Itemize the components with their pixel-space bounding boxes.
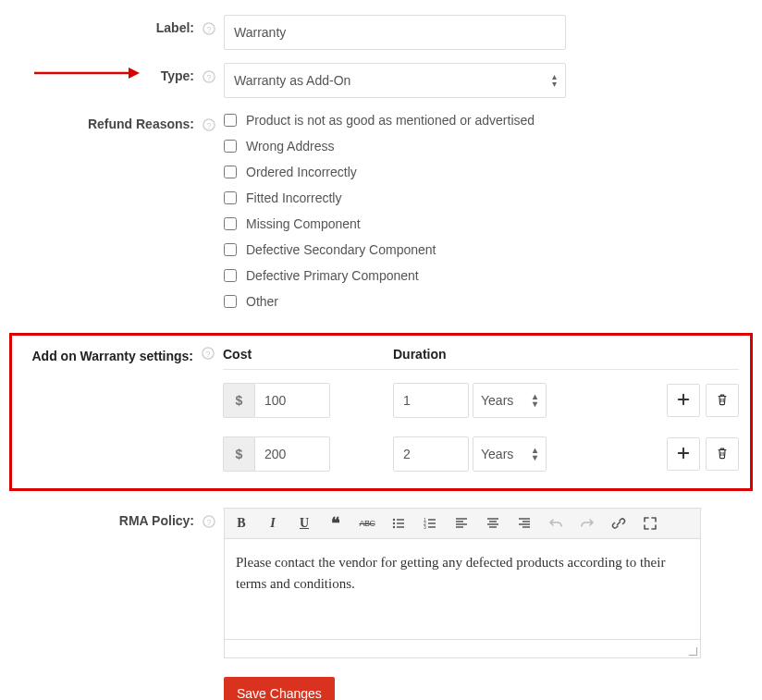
- currency-symbol: $: [223, 436, 254, 472]
- currency-symbol: $: [223, 383, 254, 418]
- cost-input[interactable]: [254, 436, 330, 472]
- svg-text:?: ?: [206, 350, 211, 359]
- italic-button[interactable]: I: [264, 514, 282, 533]
- warranty-label: Add on Warranty settings:: [12, 339, 193, 363]
- bold-button[interactable]: B: [232, 514, 251, 533]
- refund-reason-item: Ordered Incorrectly: [224, 165, 753, 179]
- svg-text:3: 3: [424, 524, 426, 530]
- refund-reason-item: Defective Secondary Component: [224, 242, 753, 257]
- refund-reason-label: Ordered Incorrectly: [246, 165, 357, 179]
- refund-reason-label: Other: [246, 294, 278, 309]
- refund-reason-item: Fitted Incorrectly: [224, 190, 753, 205]
- add-row-button[interactable]: [667, 384, 700, 417]
- refund-reason-checkbox[interactable]: [224, 114, 237, 127]
- blockquote-button[interactable]: ❝: [326, 514, 345, 533]
- svg-point-13: [393, 522, 395, 524]
- bullet-list-button[interactable]: [389, 514, 408, 533]
- warranty-row: $ Years: [223, 422, 739, 475]
- svg-text:?: ?: [207, 73, 212, 82]
- refund-reason-item: Missing Component: [224, 216, 753, 231]
- duration-header: Duration: [393, 347, 652, 362]
- duration-unit-select[interactable]: Years: [473, 436, 547, 472]
- label-label: Label:: [9, 15, 194, 35]
- add-row-button[interactable]: [667, 437, 700, 471]
- warranty-table-header: Cost Duration: [223, 339, 739, 370]
- svg-point-14: [393, 526, 395, 528]
- undo-icon: [548, 516, 563, 531]
- refund-reason-checkbox[interactable]: [224, 191, 237, 204]
- warranty-settings-highlight: Add on Warranty settings: ? Cost Duratio…: [9, 333, 753, 491]
- delete-row-button[interactable]: [706, 384, 739, 417]
- numbered-list-button[interactable]: 123: [421, 514, 439, 533]
- refund-reason-checkbox[interactable]: [224, 295, 237, 308]
- svg-text:?: ?: [207, 518, 212, 527]
- redo-icon: [580, 516, 595, 531]
- help-icon[interactable]: ?: [203, 22, 215, 35]
- align-center-icon: [485, 516, 500, 531]
- help-icon[interactable]: ?: [203, 118, 215, 131]
- help-icon[interactable]: ?: [203, 70, 215, 83]
- underline-button[interactable]: U: [295, 514, 313, 533]
- cost-header: Cost: [223, 347, 393, 362]
- type-select[interactable]: Warranty as Add-On: [224, 63, 566, 98]
- save-button[interactable]: Save Changes: [224, 677, 335, 700]
- refund-reason-label: Wrong Address: [246, 139, 334, 154]
- refund-reason-label: Defective Secondary Component: [246, 242, 436, 257]
- refund-reason-checkbox[interactable]: [224, 217, 237, 230]
- redo-button[interactable]: [578, 514, 596, 533]
- duration-input[interactable]: [393, 383, 469, 418]
- bullet-list-icon: [391, 516, 406, 531]
- numbered-list-icon: 123: [423, 516, 437, 531]
- refund-reason-label: Defective Primary Component: [246, 268, 419, 283]
- svg-marker-1: [129, 68, 140, 79]
- trash-icon: [716, 393, 729, 409]
- refund-reason-checkbox[interactable]: [224, 166, 237, 178]
- align-right-icon: [517, 516, 532, 531]
- trash-icon: [716, 447, 729, 462]
- svg-point-12: [393, 519, 395, 521]
- fullscreen-icon: [643, 516, 658, 531]
- editor-statusbar: [225, 639, 700, 657]
- resize-handle-icon[interactable]: [687, 645, 698, 657]
- rma-editor: B I U ❝ ABC 123: [224, 508, 701, 658]
- cost-input[interactable]: [254, 383, 330, 418]
- plus-icon: [677, 393, 690, 409]
- fullscreen-button[interactable]: [641, 514, 659, 533]
- refund-reason-checkbox[interactable]: [224, 243, 237, 256]
- align-right-button[interactable]: [515, 514, 534, 533]
- refund-reason-label: Product is not as good as mentioned or a…: [246, 113, 535, 128]
- svg-text:?: ?: [207, 121, 212, 130]
- delete-row-button[interactable]: [706, 437, 739, 471]
- refund-reason-item: Wrong Address: [224, 139, 753, 154]
- plus-icon: [677, 447, 690, 462]
- strikethrough-button[interactable]: ABC: [358, 514, 376, 533]
- duration-unit-select[interactable]: Years: [473, 383, 547, 418]
- refund-reason-item: Defective Primary Component: [224, 268, 753, 283]
- link-button[interactable]: [609, 514, 628, 533]
- svg-text:?: ?: [207, 25, 212, 34]
- duration-input[interactable]: [393, 436, 469, 472]
- label-input[interactable]: [224, 15, 566, 50]
- editor-toolbar: B I U ❝ ABC 123: [225, 509, 700, 539]
- refund-reason-checkbox[interactable]: [224, 269, 237, 282]
- help-icon[interactable]: ?: [202, 347, 215, 360]
- refund-reason-label: Fitted Incorrectly: [246, 190, 341, 205]
- link-icon: [611, 516, 626, 531]
- align-left-button[interactable]: [452, 514, 471, 533]
- annotation-arrow: [31, 62, 141, 84]
- refund-label: Refund Reasons:: [9, 111, 194, 131]
- align-left-icon: [454, 516, 469, 531]
- rma-editor-body[interactable]: Please contact the vendor for getting an…: [225, 539, 700, 639]
- align-center-button[interactable]: [484, 514, 502, 533]
- warranty-row: $ Years: [223, 370, 739, 422]
- refund-reason-item: Other: [224, 294, 753, 309]
- help-icon[interactable]: ?: [203, 515, 215, 528]
- rma-label: RMA Policy:: [9, 508, 194, 528]
- refund-reason-item: Product is not as good as mentioned or a…: [224, 113, 753, 128]
- refund-reason-checkbox[interactable]: [224, 140, 237, 153]
- undo-button[interactable]: [547, 514, 565, 533]
- refund-reason-label: Missing Component: [246, 216, 361, 231]
